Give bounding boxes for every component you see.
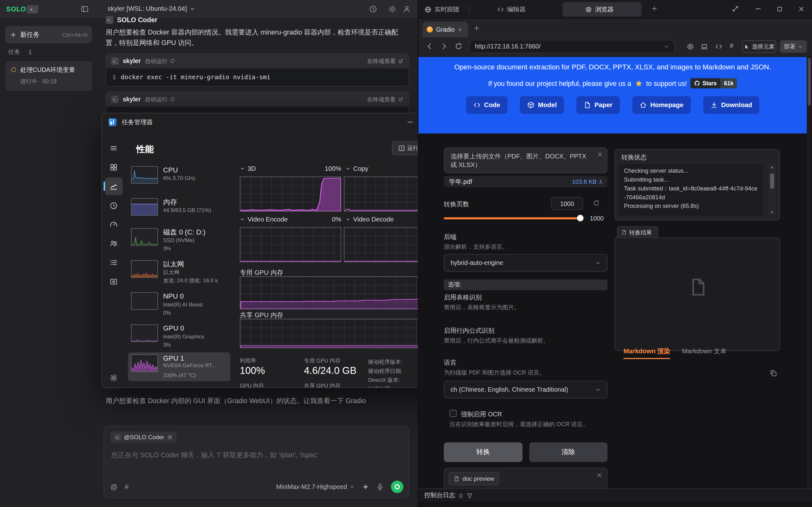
- tab-browser[interactable]: 浏览器: [585, 5, 614, 14]
- chat-input-box[interactable]: >_ @SOLO Coder ⌘ 您正在与 SOLO Coder 聊天，输入 '…: [104, 426, 409, 498]
- file-download-link[interactable]: 103.8 KB: [572, 178, 603, 185]
- tm-nav-startup-icon[interactable]: [110, 221, 117, 228]
- pages-slider-thumb[interactable]: [577, 215, 583, 222]
- auto-run-toggle[interactable]: 自动运行: [145, 57, 175, 65]
- perf-item-gpu1[interactable]: GPU 1 NVIDIA GeForce RT... 100% (47 °C): [131, 354, 233, 379]
- model-selector[interactable]: MiniMax-M2.7-Highspeed: [276, 483, 355, 491]
- new-task-button[interactable]: 新任务 Ctrl+Alt+N: [5, 26, 92, 44]
- back-icon[interactable]: [426, 43, 433, 50]
- workspace-title[interactable]: skyler [WSL: Ubuntu-24.04]: [108, 5, 195, 12]
- perf-item-cpu[interactable]: CPU 6% 3.70 GHz: [131, 166, 233, 184]
- sidebar-toggle-icon[interactable]: [81, 5, 89, 13]
- tab-markdown-text[interactable]: Markdown 文本: [682, 347, 727, 356]
- scroll-thumb[interactable]: [770, 173, 774, 189]
- perf-item-gpu0[interactable]: GPU 0 Intel(R) Graphics 3%: [131, 325, 233, 348]
- clear-button[interactable]: 清除: [529, 442, 608, 462]
- reset-pages-icon[interactable]: [593, 200, 600, 206]
- doc-preview-tab[interactable]: doc preview: [449, 472, 500, 485]
- tab-editor[interactable]: 编辑器: [497, 5, 525, 14]
- homepage-button[interactable]: Homepage: [632, 96, 691, 114]
- force-ocr-label[interactable]: 强制启用 OCR: [461, 410, 502, 419]
- graph-venc-header[interactable]: Video Encode: [240, 216, 288, 223]
- result-tab[interactable]: 转换结果: [617, 226, 658, 238]
- tm-nav-processes-icon[interactable]: [110, 164, 117, 171]
- copy-result-icon[interactable]: [769, 370, 777, 377]
- language-dropdown[interactable]: ch (Chinese, English, Chinese Traditiona…: [444, 381, 607, 399]
- mention-icon[interactable]: @: [110, 483, 117, 491]
- model-button[interactable]: Model: [520, 96, 564, 114]
- deploy-button[interactable]: 部署: [780, 40, 807, 53]
- force-ocr-checkbox[interactable]: [450, 410, 457, 417]
- maximize-button[interactable]: [776, 6, 783, 12]
- filter-funnel-icon[interactable]: [467, 492, 473, 498]
- graph-venc-value: 0%: [299, 216, 341, 223]
- hash-icon[interactable]: #: [125, 483, 129, 491]
- tm-nav-performance-icon[interactable]: [110, 182, 117, 190]
- refresh-icon[interactable]: [455, 43, 462, 50]
- page-scrollbar-thumb[interactable]: [808, 58, 811, 106]
- tm-nav-menu-icon[interactable]: [110, 145, 117, 152]
- record-icon[interactable]: [687, 43, 694, 50]
- tab-live-follow[interactable]: 实时跟随: [425, 5, 459, 14]
- paper-button[interactable]: Paper: [576, 96, 620, 114]
- send-voice-button[interactable]: [391, 481, 403, 493]
- pages-input[interactable]: 1000: [551, 197, 583, 210]
- close-preview-icon[interactable]: [597, 472, 602, 478]
- formula-option-label[interactable]: 启用行内公式识别: [444, 326, 494, 335]
- scroll-down-icon[interactable]: ▼: [768, 210, 776, 216]
- table-option-label[interactable]: 启用表格识别: [444, 293, 481, 302]
- perf-item-memory[interactable]: 内存 44.9/63.5 GB (71%): [131, 198, 233, 216]
- minimize-button[interactable]: [755, 5, 762, 12]
- settings-gear-icon[interactable]: [388, 5, 396, 13]
- history-icon[interactable]: [369, 5, 377, 13]
- graph-vdec-header[interactable]: Video Decode: [345, 216, 394, 223]
- sparkle-icon[interactable]: [362, 483, 369, 491]
- forward-icon[interactable]: [440, 43, 448, 50]
- tm-nav-details-icon[interactable]: [110, 259, 117, 266]
- perf-item-npu[interactable]: NPU 0 Intel(R) AI Boost 0%: [131, 292, 233, 316]
- new-tab-icon[interactable]: [473, 25, 480, 32]
- tm-nav-history-icon[interactable]: [110, 202, 117, 210]
- close-tab-icon[interactable]: [458, 27, 462, 32]
- perf-item-ethernet[interactable]: 以太网 以太网 发送: 24.0 接收: 16.0 k: [131, 260, 233, 284]
- detach-icon[interactable]: [732, 5, 739, 12]
- clear-file-icon[interactable]: [597, 152, 603, 157]
- view-in-terminal-link[interactable]: 在终端查看: [367, 57, 403, 65]
- hash-icon[interactable]: #: [729, 42, 733, 49]
- task-card[interactable]: 处理CUDA环境变量 进行中 · 00:19: [5, 61, 92, 91]
- backend-dropdown[interactable]: hybrid-auto-engine: [444, 254, 607, 272]
- close-button[interactable]: [798, 6, 805, 12]
- browser-tab-gradio[interactable]: Gradio: [422, 22, 468, 38]
- convert-button[interactable]: 转换: [444, 442, 522, 462]
- mic-icon[interactable]: [376, 483, 384, 491]
- graph-3d-header[interactable]: 3D: [240, 165, 256, 172]
- devtools-code-icon[interactable]: [715, 43, 722, 50]
- uploaded-file-row[interactable]: 学年.pdf 103.8 KB: [444, 176, 607, 187]
- status-scrollbar[interactable]: ▲ ▼: [768, 164, 776, 216]
- github-stars-badge[interactable]: Stars 61k: [691, 78, 737, 89]
- console-label[interactable]: 控制台日志: [424, 491, 455, 500]
- tm-nav-services-icon[interactable]: [110, 278, 117, 285]
- add-tab-icon[interactable]: [651, 5, 658, 12]
- code-button[interactable]: Code: [466, 96, 507, 114]
- status-log[interactable]: Checking server status... Submitting tas…: [619, 164, 763, 216]
- tm-settings-icon[interactable]: [110, 374, 117, 382]
- pages-slider-track[interactable]: [444, 217, 580, 220]
- tm-nav-users-icon[interactable]: [110, 239, 117, 247]
- perf-item-disk[interactable]: 磁盘 0 (C: D:) SSD (NVMe) 3%: [131, 228, 233, 252]
- pick-element-button[interactable]: 选择元素: [742, 40, 776, 53]
- terminal-command-line[interactable]: $ docker exec -it mineru-gradio nvidia-s…: [106, 68, 409, 86]
- tab-markdown-render[interactable]: Markdown 渲染: [623, 347, 670, 356]
- device-toolbar-icon[interactable]: [701, 43, 708, 50]
- task-manager-window[interactable]: 任务管理器 性能 运行新任务 … CPU 6% 3.70 GHz 内存 44.9…: [101, 113, 466, 388]
- view-in-terminal-link[interactable]: 在终端查看: [367, 95, 403, 103]
- download-button[interactable]: Download: [703, 96, 759, 114]
- upload-dropzone[interactable]: 选择要上传的文件（PDF、图片、DOCX、PPTX 或 XLSX）: [444, 147, 607, 173]
- page-scrollbar[interactable]: [807, 57, 812, 489]
- account-icon[interactable]: [403, 5, 410, 13]
- scroll-up-icon[interactable]: ▲: [768, 164, 776, 170]
- graph-copy-header[interactable]: Copy: [345, 165, 368, 172]
- auto-run-toggle[interactable]: 自动运行: [145, 95, 175, 103]
- url-bar[interactable]: http://172.18.16.1:7860/: [469, 40, 675, 53]
- agent-mention-chip[interactable]: >_ @SOLO Coder ⌘: [110, 432, 177, 443]
